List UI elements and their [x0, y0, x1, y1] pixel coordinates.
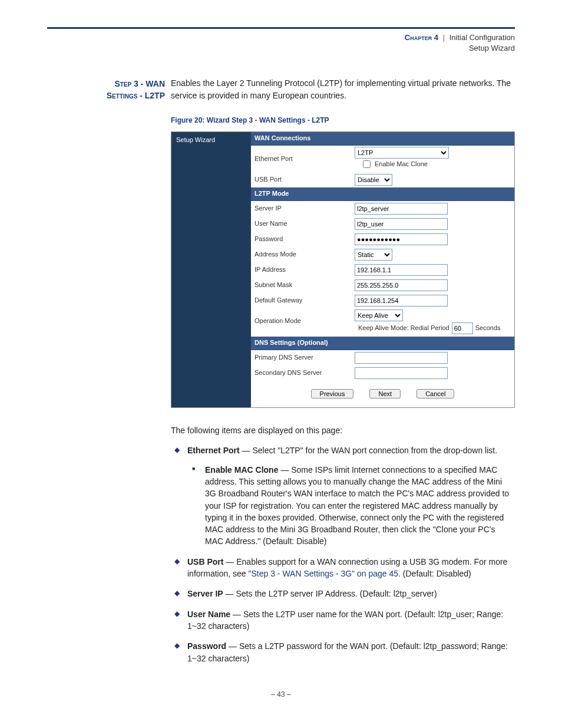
username-label: User Name	[254, 219, 355, 229]
header-sep: |	[441, 33, 447, 42]
operation-mode-select[interactable]: Keep Alive	[355, 309, 403, 321]
ip-address-input[interactable]	[355, 264, 448, 276]
header-subtitle: Setup Wizard	[469, 44, 515, 52]
primary-dns-label: Primary DNS Server	[254, 353, 355, 363]
page-header: Chapter 4 | Initial Configuration Setup …	[47, 29, 515, 54]
password-label: Password	[254, 235, 355, 244]
dns-settings-header: DNS Settings (Optional)	[251, 337, 514, 350]
password-input[interactable]	[355, 233, 448, 245]
chapter-label: Chapter 4	[405, 33, 438, 42]
item-password: Password — Sets a L2TP password for the …	[187, 640, 515, 664]
primary-dns-input[interactable]	[355, 352, 448, 364]
intro-paragraph: Enables the Layer 2 Tunneling Protocol (…	[171, 77, 515, 101]
keepalive-period-input[interactable]	[452, 322, 473, 334]
link-step3-3g[interactable]: "Step 3 - WAN Settings - 3G" on page 45	[249, 569, 399, 578]
item-server-ip: Server IP — Sets the L2TP server IP Addr…	[187, 588, 515, 599]
section-heading: Step 3 - WAN Settings - L2TP	[47, 77, 165, 672]
figure-caption: Figure 20: Wizard Step 3 - WAN Settings …	[171, 116, 515, 126]
usb-port-label: USB Port	[254, 175, 355, 185]
secondary-dns-label: Secondary DNS Server	[254, 368, 355, 378]
wizard-screenshot: Setup Wizard WAN Connections Ethernet Po…	[171, 131, 515, 408]
ethernet-port-select[interactable]: L2TP	[355, 147, 449, 159]
item-enable-mac-clone: Enable MAC Clone — Some ISPs limit Inter…	[205, 464, 515, 548]
username-input[interactable]	[355, 218, 448, 230]
l2tp-mode-header: L2TP Mode	[251, 187, 514, 201]
ip-address-label: IP Address	[254, 265, 355, 275]
desc-intro: The following items are displayed on thi…	[171, 424, 515, 436]
next-button[interactable]: Next	[369, 389, 401, 398]
default-gateway-input[interactable]	[355, 295, 448, 307]
operation-mode-label: Operation Mode	[254, 309, 355, 326]
usb-port-select[interactable]: Disable	[355, 174, 392, 186]
sidebar-title: Setup Wizard	[176, 136, 215, 143]
wan-connections-header: WAN Connections	[251, 132, 514, 146]
server-ip-label: Server IP	[254, 204, 355, 213]
item-user-name: User Name — Sets the L2TP user name for …	[187, 608, 515, 633]
cancel-button[interactable]: Cancel	[416, 389, 454, 398]
item-ethernet-port: Ethernet Port — Select "L2TP" for the WA…	[187, 444, 515, 547]
previous-button[interactable]: Previous	[311, 389, 354, 398]
header-title: Initial Configuration	[449, 33, 515, 42]
wizard-sidebar: Setup Wizard	[171, 132, 251, 407]
enable-mac-clone-label: Enable Mac Clone	[375, 160, 428, 169]
keepalive-prefix: Keep Alive Mode: Redial Period	[358, 324, 449, 333]
address-mode-label: Address Mode	[254, 250, 355, 259]
item-usb-port: USB Port — Enables support for a WAN con…	[187, 556, 515, 580]
server-ip-input[interactable]	[355, 203, 448, 215]
secondary-dns-input[interactable]	[355, 367, 448, 379]
subnet-mask-label: Subnet Mask	[254, 281, 355, 290]
enable-mac-clone-checkbox[interactable]	[363, 160, 371, 168]
keepalive-suffix: Seconds	[475, 324, 501, 333]
default-gateway-label: Default Gateway	[254, 296, 355, 305]
address-mode-select[interactable]: Static	[355, 249, 392, 261]
page-number: – 43 –	[47, 690, 515, 699]
subnet-mask-input[interactable]	[355, 279, 448, 291]
ethernet-port-label: Ethernet Port	[254, 154, 355, 164]
